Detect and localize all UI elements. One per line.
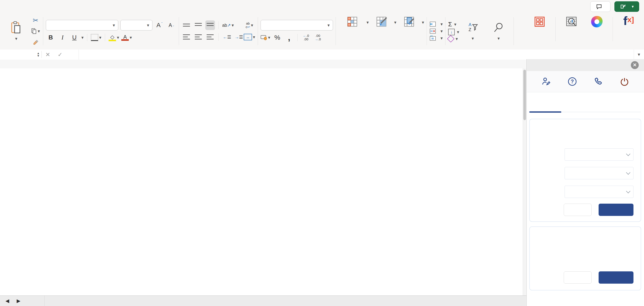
add-ins-icon [533,15,546,28]
fill-color-button[interactable]: ◇ ▾ [108,33,119,42]
power-icon[interactable] [620,76,630,87]
evaluate-reset-button[interactable] [564,271,592,284]
insert-cells-button[interactable]: ▾ [430,21,443,27]
italic-button[interactable]: I [58,33,67,42]
increase-indent-icon: →☰ [235,34,243,40]
increase-indent-button[interactable]: →☰ [234,32,244,42]
paste-button[interactable]: ▾ [4,20,28,42]
cell-styles-chevron-icon: ▾ [422,20,424,48]
fontics-icon: fx] [622,15,635,28]
copilot-icon [590,15,603,28]
cut-button[interactable]: ✂ [31,15,40,25]
align-right-button[interactable] [205,32,215,42]
number-format-chevron-icon: ▾ [328,22,330,28]
format-table-chevron-icon: ▾ [394,20,396,48]
create-reset-button[interactable] [564,204,592,216]
share-button[interactable]: ▾ [614,1,639,12]
comment-icon [596,3,602,10]
status-row [535,257,538,264]
format-cells-button[interactable]: ▾ [430,35,443,41]
formula-input[interactable] [78,49,634,60]
increase-font-button[interactable]: Aˆ [155,20,164,30]
fontics-panel: ✕ ? [526,59,644,306]
vertical-scrollbar[interactable] [523,68,527,296]
increase-decimal-button[interactable]: ←.0.00 [301,33,311,42]
fontics-ribbon-button[interactable]: fx] [616,14,641,31]
category-chevron-icon [626,152,630,156]
vertical-scrollbar-thumb[interactable] [523,70,526,120]
delete-cells-button[interactable]: ▾ [430,28,443,34]
sort-filter-button[interactable]: AZ ▾ [460,20,485,42]
module-select[interactable] [564,167,634,179]
orientation-button[interactable]: ab↗▾ [222,20,234,30]
decrease-decimal-icon: .00→.0 [315,34,321,41]
fill-button[interactable]: ↓▾ [448,29,459,35]
copy-chevron-icon: ▾ [38,28,40,34]
sheet-nav-right-icon[interactable]: ▶ [17,298,20,304]
analyse-data-button[interactable] [559,14,584,31]
decrease-decimal-button[interactable]: .00→.0 [313,33,323,42]
evaluate-button[interactable] [598,271,634,284]
share-chevron-icon: ▾ [632,4,634,9]
item-chevron-icon [626,189,630,193]
align-middle-button[interactable] [194,20,203,30]
name-box-spinner[interactable]: ▲▼ [37,52,40,57]
formula-bar-expand-icon[interactable]: ▼ [634,49,644,60]
fill-color-icon: ◇ [108,34,116,41]
underline-button[interactable]: U [70,33,79,42]
align-center-button[interactable] [194,32,203,42]
align-bottom-button[interactable] [205,20,215,30]
confirm-entry-button[interactable]: ✓ [54,51,66,58]
phone-icon[interactable] [593,76,604,87]
comma-style-button[interactable]: , [284,33,294,42]
copilot-button[interactable] [584,14,609,31]
create-button[interactable] [598,204,634,216]
formula-bar: ▲▼ ✕ ✓ ▼ [0,49,644,60]
account-icon[interactable] [541,76,551,87]
item-select[interactable] [564,186,634,198]
accounting-format-button[interactable]: ▾ [260,33,270,42]
copy-icon [31,28,37,34]
sheet-nav-left-icon[interactable]: ◀ [6,298,9,304]
align-bottom-icon [206,23,214,27]
paste-icon [10,21,22,34]
delete-cells-icon [430,28,436,34]
wrap-text-button[interactable]: abc↩▾ [244,20,255,30]
font-color-button[interactable]: A ▾ [121,33,132,42]
evaluate-results-card [529,226,641,291]
fill-down-icon: ↓ [448,29,455,35]
format-painter-button[interactable] [31,37,40,47]
bold-button[interactable]: B [46,33,56,42]
font-name-select[interactable]: ▾ [46,20,118,30]
merge-center-button[interactable]: ↔▾ [244,32,255,42]
paste-chevron-icon: ▾ [15,36,17,41]
percent-style-button[interactable]: % [272,33,282,42]
find-select-button[interactable]: ▾ [486,20,511,42]
share-icon [620,3,626,10]
align-top-button[interactable] [182,20,191,30]
decrease-indent-button[interactable]: ←☰ [222,32,232,42]
decrease-font-button[interactable]: Aˇ [166,20,176,30]
panel-close-button[interactable]: ✕ [631,61,639,69]
autosum-button[interactable]: Σ▾ [448,21,459,28]
copy-button[interactable]: ▾ [31,26,40,36]
cell-styles-button[interactable] [397,14,421,48]
cancel-entry-button[interactable]: ✕ [42,51,54,58]
category-select[interactable] [564,148,634,161]
conditional-formatting-button[interactable] [338,14,366,48]
borders-chevron-icon: ▾ [99,35,101,40]
help-icon[interactable]: ? [567,76,577,87]
borders-button[interactable]: ▾ [91,33,101,42]
comments-button[interactable] [590,1,610,12]
font-size-select[interactable]: ▾ [120,20,152,30]
increase-decimal-icon: ←.0.00 [303,34,309,41]
active-tab-underline [529,111,561,113]
clear-button[interactable]: ▾ [448,36,459,41]
format-as-table-button[interactable] [369,14,394,48]
name-box[interactable] [0,49,37,60]
align-left-button[interactable] [182,32,191,42]
sheet-tab-bar: ◀ ▶ [0,296,526,306]
number-format-select[interactable]: ▾ [260,20,333,30]
add-sheet-button[interactable] [26,296,44,306]
add-ins-button[interactable] [527,14,552,31]
